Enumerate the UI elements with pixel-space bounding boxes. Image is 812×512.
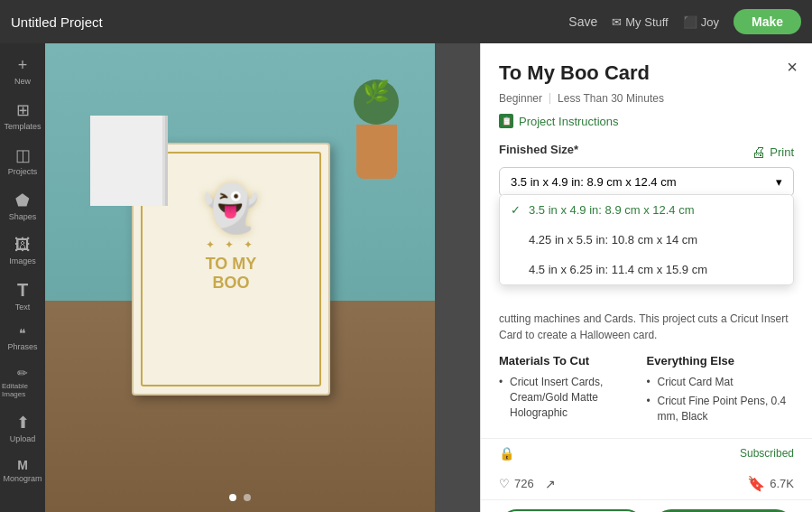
modal-meta: Beginner Less Than 30 Minutes xyxy=(499,92,794,105)
everything-item-2: Cricut Fine Point Pens, 0.4 mm, Black xyxy=(647,394,795,424)
print-button[interactable]: 🖨 Print xyxy=(752,144,794,161)
sidebar-item-label: Text xyxy=(15,303,31,312)
joy-button[interactable]: ⬛ Joy xyxy=(683,15,719,29)
sidebar-item-label: Phrases xyxy=(7,342,37,351)
templates-icon: ⊞ xyxy=(16,100,30,120)
time-label: Less Than 30 Minutes xyxy=(558,92,664,105)
project-instructions-link[interactable]: 📋 Project Instructions xyxy=(499,114,794,128)
sidebar-item-label: Upload xyxy=(10,434,36,443)
modal-panel: × To My Boo Card Beginner Less Than 30 M… xyxy=(480,43,812,512)
description-area: cutting machines and Cards. This project… xyxy=(481,307,812,354)
dot-indicators xyxy=(229,494,251,501)
size-option-2-label: 4.25 in x 5.5 in: 10.8 cm x 14 cm xyxy=(529,233,697,247)
close-button[interactable]: × xyxy=(787,58,798,76)
subscribed-bar: 🔒 Subscribed xyxy=(481,438,812,468)
card-photo: 🌿 👻 ✦ ✦ ✦ TO MYBOO xyxy=(45,43,435,512)
ghost-emoji: 👻 xyxy=(203,182,259,235)
materials-to-cut-list: Cricut Insert Cards, Cream/Gold Matte Ho… xyxy=(499,375,647,420)
share-button[interactable]: ↗ xyxy=(545,476,556,492)
share-icon: ↗ xyxy=(545,477,556,491)
project-title: Untitled Project xyxy=(11,14,103,30)
size-select-display[interactable]: 3.5 in x 4.9 in: 8.9 cm x 12.4 cm ▾ xyxy=(499,167,794,197)
meta-divider xyxy=(549,93,550,104)
everything-else-title: Everything Else xyxy=(647,354,795,368)
editable-images-icon: ✏ xyxy=(17,366,28,380)
sidebar-item-label: Images xyxy=(9,256,36,265)
dot-2[interactable] xyxy=(244,494,251,501)
materials-section: Materials To Cut Cricut Insert Cards, Cr… xyxy=(481,354,812,438)
likes-count: 726 xyxy=(514,477,534,490)
mail-icon: ✉ xyxy=(612,15,622,29)
materials-to-cut-title: Materials To Cut xyxy=(499,354,647,368)
sidebar-item-label: Projects xyxy=(8,167,38,176)
images-icon: 🖼 xyxy=(14,236,31,255)
dot-1[interactable] xyxy=(229,494,236,501)
check-icon: ✓ xyxy=(511,203,523,217)
my-stuff-button[interactable]: ✉ My Stuff xyxy=(612,15,668,29)
sidebar: + New ⊞ Templates ◫ Projects ⬟ Shapes 🖼 … xyxy=(0,43,45,512)
chevron-down-icon: ▾ xyxy=(776,175,782,189)
bookmark-area: 🔖 6.7K xyxy=(747,475,794,492)
sidebar-item-label: Monogram xyxy=(3,474,42,483)
bookmarks-count: 6.7K xyxy=(770,477,794,490)
difficulty-label: Beginner xyxy=(499,92,542,105)
size-select-wrapper: 3.5 in x 4.9 in: 8.9 cm x 12.4 cm ▾ ✓ 3.… xyxy=(499,167,794,197)
sidebar-item-label: Shapes xyxy=(9,212,37,221)
sidebar-item-label: Templates xyxy=(4,122,41,131)
save-button[interactable]: Save xyxy=(568,14,597,29)
sidebar-item-monogram[interactable]: M Monogram xyxy=(2,452,43,489)
sidebar-item-shapes[interactable]: ⬟ Shapes xyxy=(2,185,43,227)
modal-header: × To My Boo Card Beginner Less Than 30 M… xyxy=(481,43,812,128)
phrases-icon: ❝ xyxy=(19,326,26,340)
size-dropdown-menu: ✓ 3.5 in x 4.9 in: 8.9 cm x 12.4 cm ✓ 4.… xyxy=(499,194,794,285)
sidebar-item-projects[interactable]: ◫ Projects xyxy=(2,140,43,182)
sidebar-item-phrases[interactable]: ❝ Phrases xyxy=(2,321,43,357)
material-item-1: Cricut Insert Cards, Cream/Gold Matte Ho… xyxy=(499,375,647,420)
top-bar-left: Untitled Project xyxy=(11,14,103,30)
card-image-area: 🌿 👻 ✦ ✦ ✦ TO MYBOO xyxy=(45,43,435,512)
everything-item-1: Cricut Card Mat xyxy=(647,375,795,390)
action-buttons: Customize Make It xyxy=(481,499,812,512)
device-icon: ⬛ xyxy=(683,15,697,29)
top-bar-right: Save ✉ My Stuff ⬛ Joy Make xyxy=(568,9,801,34)
bookmark-button[interactable]: 🔖 xyxy=(747,475,765,492)
subscribed-text: Subscribed xyxy=(740,447,794,460)
lock-icon: 🔒 xyxy=(499,446,514,461)
like-area: ♡ 726 ↗ xyxy=(499,476,556,492)
sidebar-item-templates[interactable]: ⊞ Templates xyxy=(2,95,43,136)
everything-else-list: Cricut Card Mat Cricut Fine Point Pens, … xyxy=(647,375,795,424)
finished-size-label: Finished Size* xyxy=(499,143,578,156)
upload-icon: ⬆ xyxy=(16,413,30,433)
top-bar: Untitled Project Save ✉ My Stuff ⬛ Joy M… xyxy=(0,0,812,43)
plant: 🌿 xyxy=(345,98,408,206)
finished-size-section: Finished Size* 🖨 Print 3.5 in x 4.9 in: … xyxy=(481,143,812,208)
sidebar-item-editable-images[interactable]: ✏ Editable Images xyxy=(2,360,43,404)
card-stack xyxy=(90,116,162,206)
selected-size-text: 3.5 in x 4.9 in: 8.9 cm x 12.4 cm xyxy=(511,175,677,189)
like-button[interactable]: ♡ 726 xyxy=(499,477,534,490)
size-option-3-label: 4.5 in x 6.25 in: 11.4 cm x 15.9 cm xyxy=(529,263,707,276)
print-icon: 🖨 xyxy=(752,144,766,161)
heart-icon: ♡ xyxy=(499,477,510,490)
sidebar-item-text[interactable]: T Text xyxy=(2,275,43,317)
sidebar-item-upload[interactable]: ⬆ Upload xyxy=(2,407,43,449)
size-option-1[interactable]: ✓ 3.5 in x 4.9 in: 8.9 cm x 12.4 cm xyxy=(500,195,793,225)
materials-to-cut-col: Materials To Cut Cricut Insert Cards, Cr… xyxy=(499,354,647,427)
bookmark-icon: 🔖 xyxy=(747,476,765,491)
text-icon: T xyxy=(17,280,28,301)
make-button[interactable]: Make xyxy=(734,9,801,34)
shapes-icon: ⬟ xyxy=(15,191,30,210)
plus-icon: + xyxy=(18,56,28,75)
social-bar: ♡ 726 ↗ 🔖 6.7K xyxy=(481,468,812,499)
sidebar-item-new[interactable]: + New xyxy=(2,51,43,91)
instructions-label: Project Instructions xyxy=(519,115,619,128)
sidebar-item-label: Editable Images xyxy=(2,382,43,398)
instructions-icon: 📋 xyxy=(499,114,513,128)
everything-else-col: Everything Else Cricut Card Mat Cricut F… xyxy=(647,354,795,427)
projects-icon: ◫ xyxy=(15,145,31,165)
description-text: cutting machines and Cards. This project… xyxy=(499,311,794,343)
size-option-3[interactable]: ✓ 4.5 in x 6.25 in: 11.4 cm x 15.9 cm xyxy=(500,255,793,284)
sidebar-item-images[interactable]: 🖼 Images xyxy=(2,230,43,271)
modal-title: To My Boo Card xyxy=(499,61,794,85)
size-option-2[interactable]: ✓ 4.25 in x 5.5 in: 10.8 cm x 14 cm xyxy=(500,225,793,255)
